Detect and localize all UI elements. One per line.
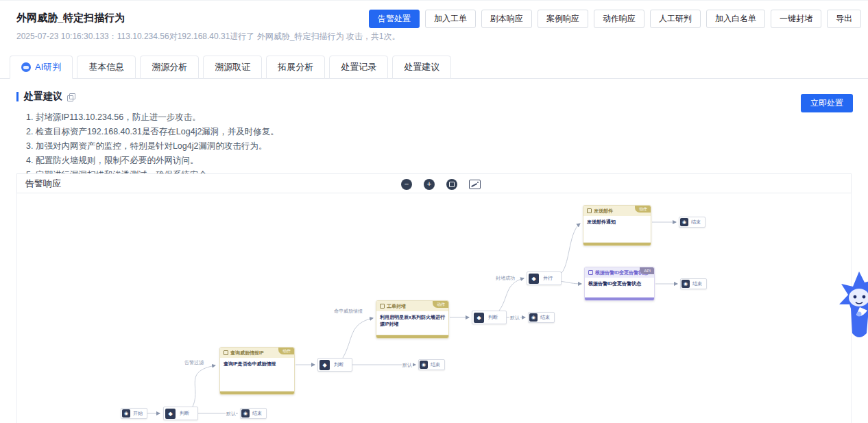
action-node-icon	[224, 350, 228, 355]
edge-label: 告警过滤	[184, 359, 204, 366]
node-label: 判断	[176, 410, 196, 417]
tab-拓展分析[interactable]: 拓展分析	[266, 56, 325, 79]
node-label: 判断	[484, 314, 505, 321]
node-footer-strip	[220, 391, 294, 394]
node-description: 根据告警ID变更告警状态	[585, 278, 654, 298]
tab-溯源取证[interactable]: 溯源取证	[203, 56, 262, 79]
node-label: 判断	[330, 361, 350, 368]
action-button-剧本响应[interactable]: 剧本响应	[481, 10, 532, 28]
node-type-badge: 动作	[278, 348, 294, 354]
ai-robot-icon	[21, 62, 31, 72]
action-node-icon	[380, 304, 385, 309]
node-description: 查询IP是否命中威胁情报	[220, 358, 294, 391]
node-title: 查询威胁情报IP	[230, 350, 282, 356]
edge-label: 命中威胁情报	[333, 308, 363, 315]
alert-response-title: 告警响应	[25, 178, 61, 190]
action-button-加入白名单[interactable]: 加入白名单	[706, 10, 765, 28]
header-actions: 告警处置加入工单剧本响应案例响应动作响应人工研判加入白名单一键封堵导出	[369, 10, 861, 28]
tab-AI研判[interactable]: AI研判	[10, 56, 73, 79]
node-description: 发送邮件通知	[583, 216, 651, 243]
copy-icon[interactable]	[67, 93, 75, 101]
action-button-告警处置[interactable]: 告警处置	[369, 10, 420, 28]
tab-处置记录[interactable]: 处置记录	[329, 56, 388, 79]
suggestion-title: 处置建议	[24, 90, 62, 103]
flow-node-send-mail[interactable]: 发送邮件动作发送邮件通知	[583, 205, 651, 246]
circle-icon: ◉	[122, 409, 130, 418]
edge-label: 默认	[226, 411, 237, 418]
node-type-badge: API	[640, 267, 654, 274]
node-label: 结束	[688, 219, 704, 226]
immediate-handle-button[interactable]: 立即处置	[801, 94, 853, 112]
node-label: 结束	[428, 361, 444, 368]
action-button-人工研判[interactable]: 人工研判	[650, 10, 701, 28]
alert-response-panel-header: 告警响应 −+	[16, 173, 852, 193]
edge-label: 默认	[509, 315, 520, 322]
tab-基本信息[interactable]: 基本信息	[77, 56, 136, 79]
node-description: 利用启明星辰x系列防火墙进行源IP封堵	[376, 311, 448, 335]
node-label: 结束	[250, 410, 265, 417]
flow-node-judge-2[interactable]: ◆判断	[317, 358, 352, 372]
flow-node-end-5[interactable]: ◉结束	[680, 278, 707, 289]
flow-node-parallel[interactable]: ◆并行	[527, 271, 562, 285]
node-label: 结束	[690, 280, 706, 287]
diamond-icon: ◆	[529, 274, 539, 284]
action-button-案例响应[interactable]: 案例响应	[538, 10, 588, 28]
flow-node-end-2[interactable]: ◉结束	[418, 359, 445, 370]
api-node-icon	[588, 270, 593, 275]
minimap-icon[interactable]	[469, 180, 481, 189]
circle-icon: ◉	[529, 313, 538, 322]
tab-溯源分析[interactable]: 溯源分析	[140, 56, 199, 79]
node-type-badge: 动作	[433, 301, 448, 308]
flow-node-judge-1[interactable]: ◆判断	[163, 407, 198, 420]
node-footer-strip	[585, 298, 654, 300]
fit-view-icon[interactable]	[446, 179, 457, 190]
suggestion-item: 4. 配置防火墙规则，限制不必要的外网访问。	[26, 154, 279, 168]
diamond-icon: ◆	[165, 409, 176, 419]
zoom-in-icon[interactable]: +	[424, 179, 435, 190]
flow-node-end-4[interactable]: ◉结束	[679, 217, 706, 228]
tab-label: 处置记录	[341, 61, 376, 73]
node-footer-strip	[583, 243, 651, 245]
flow-canvas[interactable]: 查询威胁情报IP动作查询IP是否命中威胁情报工单封堵动作利用启明星辰x系列防火墙…	[0, 193, 868, 423]
node-type-badge: 动作	[635, 206, 651, 213]
action-node-icon	[587, 208, 592, 213]
action-button-加入工单[interactable]: 加入工单	[425, 10, 476, 28]
node-label: 结束	[538, 314, 553, 321]
page-title: 外网威胁_特定扫描行为	[16, 12, 125, 25]
tab-处置建议[interactable]: 处置建议	[392, 56, 451, 79]
suggestion-section-header: 处置建议	[16, 90, 75, 103]
circle-icon: ◉	[420, 361, 428, 369]
circle-icon: ◉	[682, 280, 690, 288]
node-label: 并行	[539, 275, 559, 282]
tab-label: AI研判	[35, 61, 61, 73]
action-button-一键封堵[interactable]: 一键封堵	[771, 10, 821, 28]
diamond-icon: ◆	[320, 360, 330, 370]
circle-icon: ◉	[680, 218, 688, 226]
tab-label: 溯源取证	[215, 61, 250, 73]
action-button-动作响应[interactable]: 动作响应	[594, 10, 644, 28]
circle-icon: ◉	[241, 409, 250, 418]
zoom-out-icon[interactable]: −	[401, 179, 412, 190]
action-button-导出[interactable]: 导出	[827, 10, 861, 28]
node-footer-strip	[376, 335, 448, 338]
edge-label: 默认	[402, 362, 413, 369]
tab-bar: AI研判基本信息溯源分析溯源取证拓展分析处置记录处置建议	[0, 56, 868, 79]
edge-label: 封堵成功	[495, 275, 516, 282]
alert-summary: 2025-07-23 10:16:30.133：113.10.234.56对19…	[16, 31, 400, 43]
suggestion-item: 2. 检查目标资产192.168.40.31是否存在Log4j2漏洞，并及时修复…	[26, 125, 279, 139]
flow-node-end-3[interactable]: ◉结束	[528, 312, 555, 323]
tab-label: 拓展分析	[278, 61, 313, 73]
flow-node-update-alert-status[interactable]: 根据告警ID变更告警状态API根据告警ID变更告警状态	[584, 267, 655, 301]
tab-label: 溯源分析	[152, 61, 187, 73]
section-accent-bar	[16, 92, 19, 101]
node-title: 发送邮件	[594, 208, 631, 215]
flow-node-judge-3[interactable]: ◆判断	[472, 311, 507, 324]
diamond-icon: ◆	[474, 313, 484, 323]
flow-node-start[interactable]: ◉开始	[121, 408, 147, 419]
flow-node-query-threat-intel-ip[interactable]: 查询威胁情报IP动作查询IP是否命中威胁情报	[219, 347, 295, 395]
suggestion-list: 1. 封堵源IP113.10.234.56，防止进一步攻击。2. 检查目标资产1…	[26, 110, 279, 182]
flow-node-end-1[interactable]: ◉结束	[240, 408, 267, 419]
flow-node-ticket-block[interactable]: 工单封堵动作利用启明星辰x系列防火墙进行源IP封堵	[376, 300, 449, 339]
assistant-mascot[interactable]	[838, 269, 868, 346]
suggestion-item: 1. 封堵源IP113.10.234.56，防止进一步攻击。	[26, 110, 279, 125]
